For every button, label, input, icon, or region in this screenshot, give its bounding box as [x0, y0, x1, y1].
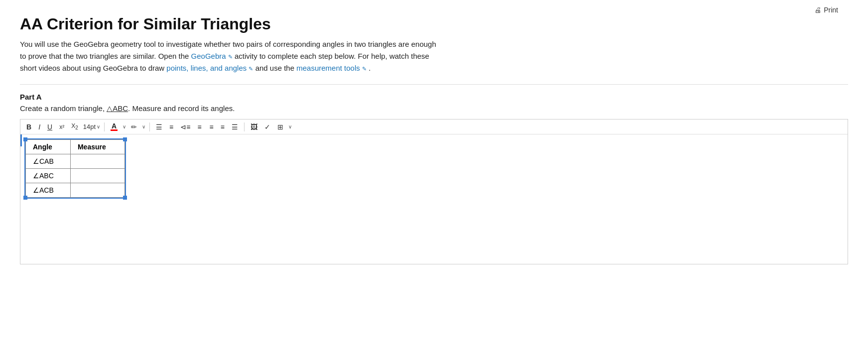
measure-cab[interactable]: [70, 154, 124, 169]
italic-button[interactable]: I: [36, 122, 42, 131]
table-handle-br[interactable]: [123, 196, 127, 200]
highlight-button[interactable]: ✏: [129, 122, 139, 131]
ordered-list-button[interactable]: ≡: [167, 122, 175, 131]
intro-line3: activity to complete each step below. Fo…: [235, 52, 429, 60]
indent-button[interactable]: ⊲≡: [178, 122, 192, 131]
part-a-description: Create a random triangle, △ABC. Measure …: [20, 104, 848, 113]
highlight-dropdown-arrow: ∨: [142, 124, 145, 129]
intro-line2: to prove that the two triangles are simi…: [20, 52, 189, 60]
triangle-label: △ABC: [107, 104, 128, 113]
color-underline-btn: A: [111, 122, 118, 131]
page-title: AA Criterion for Similar Triangles: [20, 15, 848, 33]
geogebra-link[interactable]: GeoGebra: [191, 52, 226, 60]
insert-table-button[interactable]: ⊞: [275, 122, 285, 131]
table-dropdown-arrow: ∨: [288, 124, 292, 129]
part-a-desc-text: Create a random triangle,: [20, 104, 107, 113]
font-size-dropdown[interactable]: 14pt ∨: [83, 123, 100, 130]
underline-button[interactable]: U: [45, 122, 54, 131]
angle-cab[interactable]: ∠CAB: [26, 154, 71, 169]
color-dropdown-arrow: ∨: [123, 124, 126, 129]
superscript-button[interactable]: x²: [57, 123, 66, 131]
part-a-desc-text2: . Measure and record its angles.: [128, 104, 235, 113]
align-center-button[interactable]: ≡: [208, 122, 216, 131]
measurement-link-icon: ✎: [362, 66, 367, 72]
angle-table: Angle Measure ∠CAB ∠ABC: [25, 139, 125, 198]
part-a-section: Part A Create a random triangle, △ABC. M…: [20, 93, 848, 113]
toolbar-sep-3: [244, 122, 245, 131]
table-wrapper: Angle Measure ∠CAB ∠ABC: [24, 138, 126, 199]
editor-container: B I U x² X2 14pt ∨ A ∨ ✏ ∨ ☰: [20, 119, 848, 264]
measure-abc[interactable]: [70, 169, 124, 183]
print-button[interactable]: 🖨 Print: [814, 6, 838, 14]
editor-toolbar: B I U x² X2 14pt ∨ A ∨ ✏ ∨ ☰: [20, 120, 848, 134]
intro-line6: .: [369, 64, 371, 72]
toolbar-sep-2: [149, 122, 150, 131]
unordered-list-button[interactable]: ☰: [154, 122, 164, 131]
measurement-tools-link[interactable]: measurement tools: [296, 64, 360, 72]
table-handle-tl[interactable]: [23, 137, 27, 141]
col-header-measure: Measure: [70, 140, 124, 154]
subscript-button[interactable]: X2: [69, 122, 80, 131]
bold-button[interactable]: B: [24, 122, 33, 131]
table-row: ∠ABC: [26, 169, 125, 183]
table-header-row: Angle Measure: [26, 140, 125, 154]
font-size-arrow: ∨: [97, 124, 100, 129]
points-link-icon: ✎: [248, 66, 253, 72]
part-a-label: Part A: [20, 93, 848, 101]
angle-abc[interactable]: ∠ABC: [26, 169, 71, 183]
measure-acb[interactable]: [70, 183, 124, 198]
editor-content[interactable]: Angle Measure ∠CAB ∠ABC: [20, 134, 848, 264]
insert-math-button[interactable]: ✓: [262, 122, 272, 131]
font-size-value: 14pt: [83, 123, 96, 130]
table-handle-bl[interactable]: [23, 196, 27, 200]
color-A-letter: A: [112, 122, 117, 129]
align-right-button[interactable]: ≡: [219, 122, 227, 131]
col-header-angle: Angle: [26, 140, 71, 154]
cursor-bar: [20, 134, 22, 146]
table-handle-tr[interactable]: [123, 137, 127, 141]
align-justify-button[interactable]: ☰: [230, 122, 240, 131]
color-bar: [111, 129, 118, 131]
intro-line1: You will use the GeoGebra geometry tool …: [20, 40, 436, 48]
insert-image-button[interactable]: 🖼: [248, 122, 259, 131]
toolbar-sep-1: [104, 122, 105, 131]
intro-paragraph: You will use the GeoGebra geometry tool …: [20, 38, 817, 74]
text-color-button[interactable]: A: [109, 121, 120, 132]
page-container: 🖨 Print AA Criterion for Similar Triangl…: [0, 0, 868, 359]
align-left-button[interactable]: ≡: [195, 122, 203, 131]
section-divider: [20, 84, 848, 85]
geogebra-link-icon: ✎: [228, 54, 233, 60]
intro-line5: and use the: [255, 64, 294, 72]
angle-acb[interactable]: ∠ACB: [26, 183, 71, 198]
print-icon: 🖨: [814, 6, 821, 14]
points-lines-link[interactable]: points, lines, and angles: [166, 64, 247, 72]
print-label: Print: [824, 6, 838, 14]
table-row: ∠ACB: [26, 183, 125, 198]
table-row: ∠CAB: [26, 154, 125, 169]
intro-line4: short videos about using GeoGebra to dra…: [20, 64, 164, 72]
